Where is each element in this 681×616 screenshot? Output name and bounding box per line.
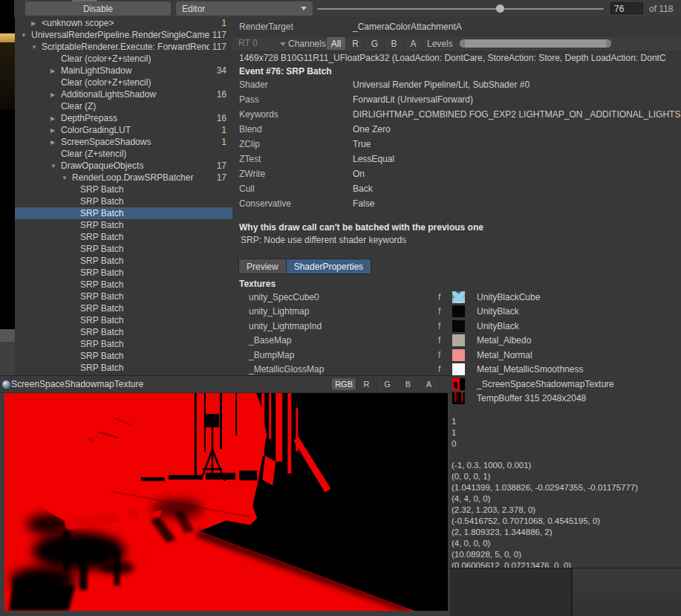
texture-property-name: _BumpMap	[232, 350, 438, 360]
preview-channel-button[interactable]: A	[419, 378, 440, 390]
tree-row[interactable]: SRP Batch	[15, 243, 232, 255]
tree-row[interactable]: SRP Batch	[15, 326, 232, 338]
tree-row[interactable]: SRP Batch	[15, 362, 232, 374]
texture-row[interactable]: _BumpMap f Metal_Normal	[232, 348, 681, 363]
texture-property-name: unity_LightmapInd	[232, 321, 438, 331]
texture-thumbnail-icon	[452, 378, 465, 390]
event-label: RenderLoop.DrawSRPBatcher	[72, 172, 214, 183]
levels-minmax-slider[interactable]	[460, 39, 611, 48]
foldout-arrow-icon[interactable]	[21, 32, 31, 39]
channel-button[interactable]: All	[327, 37, 346, 50]
property-value: DIRLIGHTMAP_COMBINED FOG_EXP2 LIGHTMAP_O…	[353, 109, 681, 124]
foldout-arrow-icon[interactable]	[50, 139, 61, 146]
tree-row[interactable]: SRP Batch	[15, 314, 232, 326]
texture-row[interactable]: unity_SpecCube0 f UnityBlackCube	[232, 290, 681, 305]
tree-row[interactable]: SRP Batch	[15, 219, 232, 231]
texture-thumbnail-icon	[452, 320, 465, 332]
event-label: ScreenSpaceShadows	[61, 137, 218, 147]
property-value: LessEqual	[353, 154, 681, 169]
event-label: DrawOpaqueObjects	[61, 161, 214, 171]
frame-slider-track[interactable]	[317, 8, 604, 10]
toolbar-backdrop	[0, 0, 14, 17]
channel-button[interactable]: R	[346, 37, 365, 50]
event-label: SRP Batch	[80, 291, 224, 302]
property-value: One Zero	[353, 124, 681, 139]
property-key: Cull	[232, 184, 353, 198]
tree-row[interactable]: RenderLoop.DrawSRPBatcher 17	[15, 172, 232, 184]
vector-value: (1.041399, 1.038826, -0.02947355, -0.011…	[452, 482, 638, 493]
tree-row[interactable]: Clear (color+Z+stencil)	[15, 53, 232, 65]
channel-button[interactable]: A	[404, 37, 423, 50]
event-count: 16	[214, 113, 232, 123]
tree-row[interactable]: UniversalRenderPipeline.RenderSingleCame…	[15, 29, 232, 41]
frame-number-input[interactable]: 76	[610, 2, 643, 14]
tree-row[interactable]: SRP Batch	[15, 279, 232, 291]
preview-titlebar[interactable]: ScreenSpaceShadowmapTexture RGBRGBA	[0, 376, 450, 393]
foldout-arrow-icon[interactable]	[50, 127, 61, 134]
rt-dropdown[interactable]: RT 0	[238, 38, 286, 48]
tree-row[interactable]: ColorGradingLUT 1	[15, 124, 232, 136]
event-count: 1	[218, 125, 232, 135]
foldout-arrow-icon[interactable]	[62, 175, 72, 181]
texture-flag: f	[438, 321, 452, 331]
batch-break-reason: SRP: Node use different shader keywords	[241, 235, 406, 245]
shadowmap-preview-image	[4, 393, 448, 611]
target-selector-dropdown[interactable]: Editor	[176, 1, 313, 16]
tree-row[interactable]: Clear (Z+stencil)	[15, 148, 232, 160]
float-value: 1	[452, 416, 456, 427]
shadowmap-preview-window: ScreenSpaceShadowmapTexture RGBRGBA	[0, 375, 450, 616]
preview-channel-button[interactable]: R	[356, 378, 377, 390]
event-count: 17	[214, 161, 232, 171]
background-bottom-panel	[448, 568, 681, 616]
tree-row[interactable]: SRP Batch	[15, 207, 232, 219]
detail-tab[interactable]: ShaderProperties	[286, 259, 371, 274]
tree-row[interactable]: SRP Batch	[15, 255, 232, 267]
tree-row[interactable]: SRP Batch	[15, 350, 232, 362]
event-label: SRP Batch	[80, 315, 224, 325]
event-label: Clear (color+Z+stencil)	[61, 77, 224, 88]
channel-button[interactable]: B	[385, 37, 404, 50]
tree-row[interactable]: SRP Batch	[15, 338, 232, 350]
property-row: Blend One Zero	[232, 124, 681, 139]
tree-row[interactable]: AdditionalLightsShadow 16	[15, 88, 232, 100]
property-row: Keywords DIRLIGHTMAP_COMBINED FOG_EXP2 L…	[232, 109, 681, 124]
tree-row[interactable]: SRP Batch	[15, 291, 232, 302]
event-label: SRP Batch	[80, 196, 224, 207]
property-key: ZTest	[232, 154, 353, 169]
disable-button[interactable]: Disable	[25, 1, 171, 16]
tree-row[interactable]: DrawOpaqueObjects 17	[15, 160, 232, 172]
tree-row[interactable]: Clear (Z)	[15, 100, 232, 112]
tree-row[interactable]: Clear (color+Z+stencil)	[15, 77, 232, 88]
frame-slider-thumb[interactable]	[496, 4, 504, 13]
vector-value: (0, 0, 0, 1)	[452, 471, 638, 482]
foldout-arrow-icon[interactable]	[31, 20, 42, 27]
tree-row[interactable]: ScriptableRenderer.Execute: ForwardRende…	[15, 41, 232, 53]
foldout-arrow-icon[interactable]	[31, 44, 42, 51]
detail-tab[interactable]: Preview	[238, 259, 286, 274]
foldout-arrow-icon[interactable]	[50, 68, 61, 74]
batch-break-title: Why this draw call can't be batched with…	[239, 222, 483, 233]
foldout-arrow-icon[interactable]	[50, 163, 61, 169]
texture-name: Metal_MetallicSmoothness	[477, 364, 583, 375]
texture-row[interactable]: unity_Lightmap f UnityBlack	[232, 305, 681, 320]
channel-button[interactable]: G	[365, 37, 385, 50]
event-label: SRP Batch	[80, 184, 224, 195]
event-label: SRP Batch	[80, 279, 224, 290]
tree-row[interactable]: SRP Batch	[15, 267, 232, 279]
foldout-arrow-icon[interactable]	[50, 91, 61, 98]
tree-row[interactable]: ScreenSpaceShadows 1	[15, 136, 232, 148]
preview-channel-button[interactable]: G	[377, 378, 398, 390]
texture-row[interactable]: unity_LightmapInd f UnityBlack	[232, 319, 681, 334]
tree-row[interactable]: SRP Batch	[15, 195, 232, 207]
tree-row[interactable]: SRP Batch	[15, 231, 232, 243]
foldout-arrow-icon[interactable]	[50, 115, 61, 122]
tree-row[interactable]: DepthPrepass 16	[15, 112, 232, 124]
tree-row[interactable]: MainLightShadow 34	[15, 65, 232, 77]
tree-row[interactable]: SRP Batch	[15, 302, 232, 314]
preview-channel-button[interactable]: B	[398, 378, 419, 390]
texture-row[interactable]: _BaseMap f Metal_Albedo	[232, 334, 681, 348]
tree-row[interactable]: SRP Batch	[15, 184, 232, 195]
preview-channel-button[interactable]: RGB	[332, 378, 356, 390]
property-key: ZClip	[232, 139, 353, 154]
tree-row[interactable]: <unknown scope> 1	[15, 17, 232, 29]
